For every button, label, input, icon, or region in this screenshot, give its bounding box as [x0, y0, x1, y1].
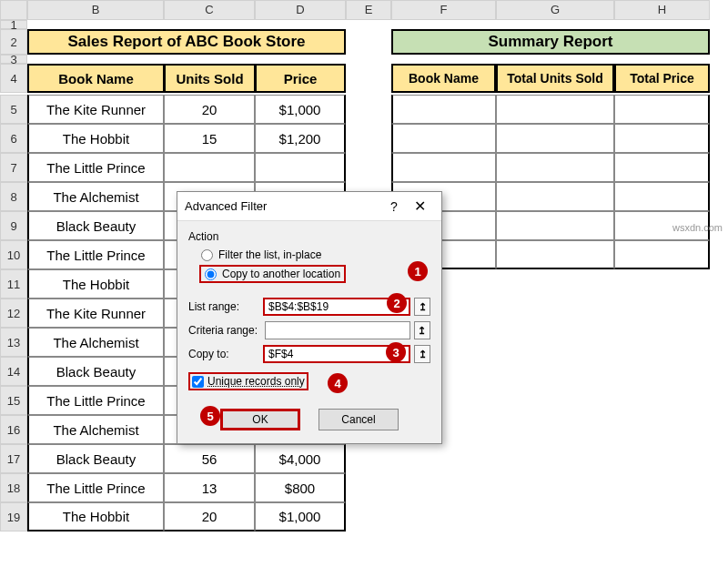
cell[interactable] — [346, 95, 391, 124]
row-header[interactable]: 11 — [0, 269, 27, 299]
cell[interactable] — [496, 444, 614, 473]
cell[interactable] — [614, 328, 710, 357]
row-header[interactable]: 15 — [0, 386, 27, 415]
cell[interactable] — [346, 20, 391, 29]
cell[interactable] — [614, 299, 710, 328]
cell[interactable] — [614, 357, 710, 386]
cell-book-name[interactable]: The Little Prince — [27, 473, 164, 502]
cell[interactable] — [496, 386, 614, 415]
cancel-button[interactable]: Cancel — [318, 409, 399, 430]
cell[interactable] — [496, 211, 614, 240]
cell-price[interactable]: $4,000 — [255, 444, 346, 473]
cell-book-name[interactable]: The Alchemist — [27, 182, 164, 211]
cell[interactable] — [391, 502, 496, 531]
col-header[interactable]: B — [27, 0, 164, 20]
cell-book-name[interactable]: The Kite Runner — [27, 299, 164, 328]
cell-book-name[interactable]: The Alchemist — [27, 415, 164, 444]
cell[interactable] — [614, 55, 710, 64]
cell-book-name[interactable]: Black Beauty — [27, 444, 164, 473]
cell-book-name[interactable]: The Little Prince — [27, 153, 164, 182]
cell[interactable] — [346, 502, 391, 531]
cell[interactable] — [164, 20, 255, 29]
row-header[interactable]: 13 — [0, 328, 27, 357]
cell-book-name[interactable]: The Hobbit — [27, 124, 164, 153]
cell[interactable] — [614, 95, 710, 124]
header-total-units[interactable]: Total Units Sold — [496, 64, 614, 93]
cell[interactable] — [614, 444, 710, 473]
row-header[interactable]: 5 — [0, 95, 27, 124]
range-picker-icon[interactable]: ↥ — [414, 298, 430, 316]
row-header[interactable]: 12 — [0, 299, 27, 328]
cell[interactable] — [255, 20, 346, 29]
header-total-price[interactable]: Total Price — [614, 64, 710, 93]
cell[interactable] — [614, 473, 710, 502]
cell[interactable] — [346, 124, 391, 153]
dialog-titlebar[interactable]: Advanced Filter ? ✕ — [177, 192, 441, 221]
row-header[interactable]: 9 — [0, 211, 27, 240]
row-header[interactable]: 14 — [0, 357, 27, 386]
cell[interactable] — [614, 269, 710, 299]
cell[interactable] — [496, 415, 614, 444]
cell[interactable] — [391, 95, 496, 124]
cell-units[interactable]: 13 — [164, 473, 255, 502]
cell-book-name[interactable]: The Hobbit — [27, 269, 164, 299]
cell-book-name[interactable]: The Little Prince — [27, 386, 164, 415]
cell[interactable] — [164, 55, 255, 64]
criteria-range-input[interactable] — [265, 321, 410, 339]
summary-report-title[interactable]: Summary Report — [391, 29, 710, 55]
cell[interactable] — [614, 415, 710, 444]
header-units-sold[interactable]: Units Sold — [164, 64, 255, 93]
cell[interactable] — [496, 95, 614, 124]
cell[interactable] — [346, 55, 391, 64]
col-header[interactable]: D — [255, 0, 346, 20]
col-header[interactable]: E — [346, 0, 391, 20]
unique-records-check[interactable]: Unique records only — [188, 372, 308, 390]
cell-units[interactable]: 20 — [164, 95, 255, 124]
row-header[interactable]: 8 — [0, 182, 27, 211]
radio-filter-inplace[interactable]: Filter the list, in-place — [201, 248, 430, 261]
cell[interactable] — [614, 502, 710, 531]
cell[interactable] — [346, 64, 391, 93]
radio-input[interactable] — [201, 249, 213, 261]
cell[interactable] — [255, 55, 346, 64]
cell[interactable] — [391, 20, 496, 29]
cell[interactable] — [496, 55, 614, 64]
cell[interactable] — [614, 124, 710, 153]
sales-report-title[interactable]: Sales Report of ABC Book Store — [27, 29, 346, 55]
cell-units[interactable] — [164, 153, 255, 182]
cell[interactable] — [391, 473, 496, 502]
cell[interactable] — [496, 269, 614, 299]
cell[interactable] — [391, 55, 496, 64]
cell[interactable] — [496, 240, 614, 269]
row-header[interactable]: 10 — [0, 240, 27, 269]
cell[interactable] — [496, 182, 614, 211]
cell-book-name[interactable]: The Kite Runner — [27, 95, 164, 124]
cell[interactable] — [496, 357, 614, 386]
cell[interactable] — [346, 473, 391, 502]
range-picker-icon[interactable]: ↥ — [414, 345, 430, 363]
cell[interactable] — [614, 240, 710, 269]
header-book-name[interactable]: Book Name — [27, 64, 164, 93]
cell-book-name[interactable]: Black Beauty — [27, 357, 164, 386]
cell[interactable] — [496, 473, 614, 502]
row-header[interactable]: 16 — [0, 415, 27, 444]
cell[interactable] — [346, 153, 391, 182]
cell[interactable] — [614, 153, 710, 182]
cell[interactable] — [496, 502, 614, 531]
cell-book-name[interactable]: The Alchemist — [27, 328, 164, 357]
cell[interactable] — [391, 124, 496, 153]
checkbox-input[interactable] — [192, 376, 204, 388]
cell[interactable] — [496, 153, 614, 182]
cell-price[interactable]: $1,000 — [255, 502, 346, 531]
cell[interactable] — [496, 299, 614, 328]
cell[interactable] — [391, 153, 496, 182]
cell[interactable] — [496, 124, 614, 153]
cell-units[interactable]: 56 — [164, 444, 255, 473]
cell-units[interactable]: 15 — [164, 124, 255, 153]
col-header[interactable]: F — [391, 0, 496, 20]
cell[interactable] — [346, 444, 391, 473]
cell-book-name[interactable]: The Hobbit — [27, 502, 164, 531]
header-price[interactable]: Price — [255, 64, 346, 93]
row-header[interactable]: 1 — [0, 20, 27, 29]
cell[interactable] — [614, 386, 710, 415]
